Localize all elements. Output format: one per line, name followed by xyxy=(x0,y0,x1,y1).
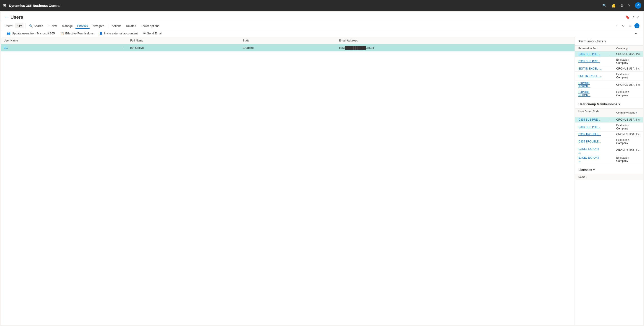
top-nav-bar: ⊞ Dynamics 365 Business Central 🔍 🔔 ⚙ ? … xyxy=(0,0,644,11)
help-icon[interactable]: ? xyxy=(628,4,630,8)
page-header: ← Users 🔖 ↗ ⤢ xyxy=(1,12,643,22)
new-label: New xyxy=(52,24,58,28)
info-button[interactable]: ℹ xyxy=(634,23,640,28)
col-fullname[interactable]: Full Name xyxy=(128,37,240,44)
new-button[interactable]: ＋ New xyxy=(46,23,59,29)
group-code-link[interactable]: D365 BUS PRE... xyxy=(578,125,600,129)
cell-group-menu: ⋮ xyxy=(604,117,612,123)
search-button[interactable]: 🔍 Search xyxy=(27,23,45,29)
cell-perm-set: EDIT IN EXCEL -... xyxy=(575,66,604,72)
perm-set-link[interactable]: EXPORT REPOR... xyxy=(578,82,590,88)
col-permission-set-label: Permission Set xyxy=(578,47,596,50)
col-company[interactable]: Company ↑ xyxy=(612,46,643,51)
group-code-link[interactable]: EXCEL EXPORT ... xyxy=(578,147,599,154)
user-group-row[interactable]: D365 TROUBLE... CRONUS USA, Inc. xyxy=(575,132,643,137)
users-label: Users: xyxy=(4,24,13,28)
company-sort-icon: ↑ xyxy=(628,47,630,50)
bookmark-icon[interactable]: 🔖 xyxy=(625,15,630,19)
list-view-button[interactable]: ☰ xyxy=(627,23,634,29)
search-icon[interactable]: 🔍 xyxy=(602,4,607,8)
navigate-button[interactable]: Navigate xyxy=(91,23,106,29)
manage-button[interactable]: Manage xyxy=(60,23,74,29)
cell-perm-set: D365 BUS PRE... xyxy=(575,51,604,57)
group-code-link[interactable]: EXCEL EXPORT ... xyxy=(578,156,599,163)
group-code-link[interactable]: D365 TROUBLE... xyxy=(578,133,601,136)
col-company-label: Company xyxy=(616,47,628,50)
col-state[interactable]: State xyxy=(240,37,336,44)
user-group-row[interactable]: EXCEL EXPORT ... CRONUS USA, Inc. xyxy=(575,146,643,155)
username-link[interactable]: BC xyxy=(4,46,8,50)
user-group-row[interactable]: D365 TROUBLE... Evaluation Company xyxy=(575,137,643,146)
licenses-chevron: ∨ xyxy=(593,168,595,171)
user-group-sort-icon: ↑ xyxy=(578,113,580,115)
cell-group-code: EXCEL EXPORT ... xyxy=(575,146,604,155)
col-company-name[interactable]: Company Name ↑ xyxy=(612,109,643,117)
col-username[interactable]: User Name xyxy=(1,37,117,44)
perm-set-link[interactable]: EDIT IN EXCEL -... xyxy=(578,67,602,70)
col-user-group-code[interactable]: User Group Code ↑ xyxy=(575,109,604,117)
user-group-row[interactable]: D365 BUS PRE... ⋮ CRONUS USA, Inc. xyxy=(575,117,643,123)
process-button[interactable]: Process xyxy=(76,23,90,29)
user-group-section-header[interactable]: User Group Memberships ∨ xyxy=(575,100,643,109)
page-title: Users xyxy=(10,15,23,20)
col-license-name[interactable]: Name xyxy=(575,174,643,180)
cell-perm-company: Evaluation Company xyxy=(612,72,643,81)
licenses-header-row: Name xyxy=(575,174,643,180)
bell-icon[interactable]: 🔔 xyxy=(612,4,616,8)
col-perm-menu xyxy=(604,46,612,51)
share-icon[interactable]: ↗ xyxy=(632,15,635,19)
related-label: Related xyxy=(126,24,136,28)
user-avatar[interactable]: IG xyxy=(635,2,641,9)
cell-group-company: CRONUS USA, Inc. xyxy=(612,132,643,137)
permission-sets-section-header[interactable]: Permission Sets ∨ xyxy=(575,37,643,46)
perm-set-link[interactable]: D365 BUS PRE... xyxy=(578,60,600,63)
filter-all-button[interactable]: All ▾ xyxy=(15,24,24,28)
table-row[interactable]: BC ⋮ Ian Grieve Enabled bc@██████████.co… xyxy=(1,44,574,52)
send-email-label: Send Email xyxy=(147,32,162,35)
group-code-link[interactable]: D365 BUS PRE... xyxy=(578,118,600,121)
permission-set-row[interactable]: EDIT IN EXCEL -... CRONUS USA, Inc. xyxy=(575,66,643,72)
process-label: Process xyxy=(77,24,88,27)
list-area: User Name Full Name State Email Address … xyxy=(1,37,575,325)
perm-set-link[interactable]: EXPORT REPOR... xyxy=(578,91,590,97)
send-email-button[interactable]: ✉ Send Email xyxy=(141,31,164,36)
group-row-menu[interactable]: ⋮ xyxy=(608,118,610,121)
actions-button[interactable]: Actions xyxy=(110,23,124,29)
filter-button[interactable]: ▽ xyxy=(620,23,626,29)
cell-group-menu xyxy=(604,155,612,164)
perm-set-link[interactable]: EDIT IN EXCEL -... xyxy=(578,74,602,78)
expand-icon[interactable]: ⤢ xyxy=(636,15,640,19)
licenses-section-header[interactable]: Licenses ∨ xyxy=(575,166,643,174)
cmd-right-actions: ↑ ▽ ☰ ℹ xyxy=(614,23,640,29)
licenses-table: Name xyxy=(575,174,643,180)
share-button[interactable]: ↑ xyxy=(614,23,620,29)
user-group-row[interactable]: EXCEL EXPORT ... Evaluation Company xyxy=(575,155,643,164)
fewer-options-button[interactable]: Fewer options xyxy=(139,23,161,29)
user-group-row[interactable]: D365 BUS PRE... Evaluation Company xyxy=(575,123,643,132)
permission-set-row[interactable]: EXPORT REPOR... Evaluation Company xyxy=(575,89,643,98)
permission-set-row[interactable]: D365 BUS PRE... Evaluation Company xyxy=(575,57,643,66)
cell-perm-menu xyxy=(604,81,612,89)
permission-set-row[interactable]: D365 BUS PRE... ⋮ CRONUS USA, Inc. xyxy=(575,51,643,57)
row-context-menu[interactable]: ⋮ xyxy=(120,46,125,50)
collapse-button[interactable]: ⇤ xyxy=(632,31,640,36)
fewer-options-label: Fewer options xyxy=(141,24,160,28)
group-code-link[interactable]: D365 TROUBLE... xyxy=(578,140,601,143)
effective-permissions-button[interactable]: 📋 Effective Permissions xyxy=(58,31,96,36)
update-users-button[interactable]: 👥 Update users from Microsoft 365 xyxy=(4,31,57,36)
perm-set-link[interactable]: D365 BUS PRE... xyxy=(578,53,600,56)
cell-group-code: D365 TROUBLE... xyxy=(575,132,604,137)
settings-icon[interactable]: ⚙ xyxy=(620,4,624,8)
search-btn-icon: 🔍 xyxy=(29,24,33,28)
permission-set-row[interactable]: EDIT IN EXCEL -... Evaluation Company xyxy=(575,72,643,81)
app-grid-icon[interactable]: ⊞ xyxy=(3,3,6,8)
back-button[interactable]: ← xyxy=(4,15,9,20)
col-email[interactable]: Email Address xyxy=(336,37,574,44)
invite-external-button[interactable]: 👤 Invite external accountant xyxy=(97,31,140,36)
related-button[interactable]: Related xyxy=(124,23,138,29)
separator2 xyxy=(108,23,108,29)
permission-set-row[interactable]: EXPORT REPOR... CRONUS USA, Inc. xyxy=(575,81,643,89)
col-permission-set[interactable]: Permission Set ↑ xyxy=(575,46,604,51)
process-toolbar: 👥 Update users from Microsoft 365 📋 Effe… xyxy=(1,30,643,37)
perm-row-menu[interactable]: ⋮ xyxy=(608,53,610,56)
